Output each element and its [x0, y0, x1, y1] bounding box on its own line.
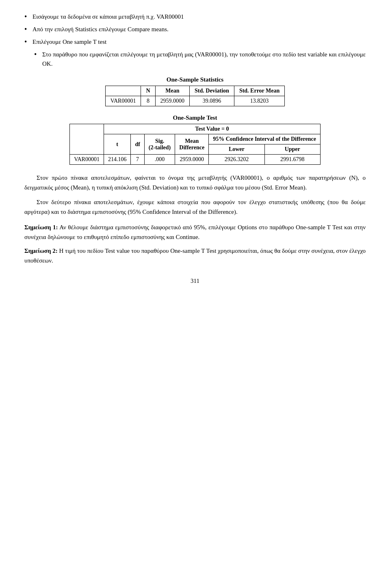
stats-col-n: N: [141, 86, 155, 96]
test-col-confidence: 95% Confidence Interval of the Differenc…: [209, 134, 321, 144]
test-value-header: Test Value = 0: [104, 124, 320, 134]
sub-bullet-1: • Στο παράθυρο που εμφανίζεται επιλέγουμ…: [34, 50, 366, 68]
stats-table-header-row: N Mean Std. Deviation Std. Error Mean: [105, 86, 285, 96]
stats-col-label: [105, 86, 141, 96]
test-row-varname: VAR00001: [70, 155, 104, 165]
stats-col-mean: Mean: [155, 86, 190, 96]
note-1-title: Σημείωση 1:: [24, 224, 58, 230]
note-1-section: Σημείωση 1: Αν θέλουμε διάστημα εμπιστοσ…: [24, 222, 366, 242]
test-header-row2: t df Sig.(2-tailed) MeanDifference 95% C…: [70, 134, 321, 144]
stats-table: N Mean Std. Deviation Std. Error Mean VA…: [105, 86, 285, 106]
test-col-df: df: [131, 134, 144, 155]
stats-row-n: 8: [141, 96, 155, 106]
bullet-section: • Εισάγουμε τα δεδομένα σε κάποια μεταβλ…: [24, 12, 366, 68]
test-header-row1: Test Value = 0: [70, 124, 321, 134]
bullet-dot-3: •: [24, 37, 32, 47]
test-row-lower: 2926.3202: [209, 155, 264, 165]
test-col-sig: Sig.(2-tailed): [144, 134, 175, 155]
paragraph-2: Στον δεύτερο πίνακα αποτελεσμάτων, έχουμ…: [24, 197, 366, 217]
bullet-item-2: • Από την επιλογή Statistics επιλέγουμε …: [24, 25, 366, 35]
bullet-dot-2: •: [24, 24, 32, 35]
test-row-sig: .000: [144, 155, 175, 165]
one-sample-test-section: One-Sample Test Test Value = 0 t df Sig.…: [24, 114, 366, 165]
stats-table-row-var: VAR00001 8 2959.0000 39.0896 13.8203: [105, 96, 285, 106]
stats-col-std-dev: Std. Deviation: [190, 86, 234, 96]
test-col-mean-diff: MeanDifference: [175, 134, 209, 155]
test-row-upper: 2991.6798: [264, 155, 320, 165]
test-row-mean-diff: 2959.0000: [175, 155, 209, 165]
page-number: 311: [24, 278, 366, 284]
stats-table-title: One-Sample Statistics: [24, 76, 366, 83]
test-table: Test Value = 0 t df Sig.(2-tailed) MeanD…: [69, 124, 321, 165]
test-col-empty: [70, 124, 104, 155]
stats-row-varname: VAR00001: [105, 96, 141, 106]
note-1-text: Αν θέλουμε διάστημα εμπιστοσύνης διαφορε…: [24, 224, 366, 240]
stats-row-std-dev: 39.0896: [190, 96, 234, 106]
bullet-text-3: Επιλέγουμε One sample T test: [32, 37, 366, 47]
test-table-row-var: VAR00001 214.106 7 .000 2959.0000 2926.3…: [70, 155, 321, 165]
test-col-lower: Lower: [209, 144, 264, 155]
sub-bullet-dot-1: •: [34, 49, 42, 60]
bullet-item-3: • Επιλέγουμε One sample T test: [24, 37, 366, 47]
bullet-dot-1: •: [24, 11, 32, 22]
bullet-item-1: • Εισάγουμε τα δεδομένα σε κάποια μεταβλ…: [24, 12, 366, 22]
note-2-title: Σημείωση 2:: [24, 248, 58, 254]
bullet-text-1: Εισάγουμε τα δεδομένα σε κάποια μεταβλητ…: [32, 12, 366, 22]
stats-col-std-err: Std. Error Mean: [234, 86, 284, 96]
test-col-t: t: [104, 134, 131, 155]
test-col-upper: Upper: [264, 144, 320, 155]
test-row-t: 214.106: [104, 155, 131, 165]
page-content: • Εισάγουμε τα δεδομένα σε κάποια μεταβλ…: [24, 12, 366, 284]
stats-row-mean: 2959.0000: [155, 96, 190, 106]
test-row-df: 7: [131, 155, 144, 165]
note-2-section: Σημείωση 2: Η τιμή του πεδίου Test value…: [24, 246, 366, 265]
paragraph-1: Στον πρώτο πίνακα αποτελεσμάτων, φαίνετα…: [24, 173, 366, 192]
stats-row-std-err: 13.8203: [234, 96, 284, 106]
note-2-text: Η τιμή του πεδίου Test value του παραθύρ…: [24, 248, 366, 264]
bullet-text-2: Από την επιλογή Statistics επιλέγουμε Co…: [32, 25, 366, 34]
test-table-title: One-Sample Test: [24, 114, 366, 121]
one-sample-statistics-section: One-Sample Statistics N Mean Std. Deviat…: [24, 76, 366, 106]
sub-bullet-text-1: Στο παράθυρο που εμφανίζεται επιλέγουμε …: [42, 50, 366, 68]
